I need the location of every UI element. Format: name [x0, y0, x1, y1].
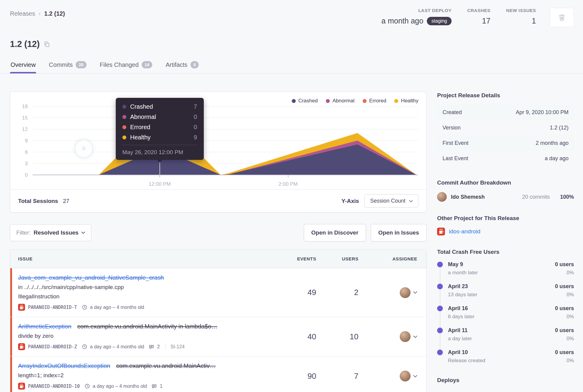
- column-assignee: ASSIGNEE: [370, 256, 426, 261]
- assignee-avatar[interactable]: [400, 331, 411, 342]
- legend-healthy-label: Healthy: [401, 98, 418, 104]
- stat-new-issues: NEW ISSUES 1: [506, 8, 536, 25]
- svg-text:15: 15: [22, 115, 28, 121]
- healthy-dot-icon: [394, 99, 398, 103]
- assignee-avatar[interactable]: [400, 287, 411, 298]
- breadcrumb-releases-link[interactable]: Releases: [10, 10, 35, 17]
- chevron-down-icon[interactable]: [413, 335, 417, 338]
- trash-icon: [558, 13, 566, 22]
- unresolved-level-indicator: [10, 356, 12, 392]
- clock-icon: [82, 305, 87, 310]
- stat-crashes: CRASHES 17: [467, 8, 490, 25]
- abnormal-dot-icon: [122, 115, 126, 119]
- legend-item-abnormal[interactable]: Abnormal: [326, 98, 355, 104]
- tab-commits[interactable]: Commits 20: [48, 59, 87, 73]
- environment-badge: staging: [427, 17, 452, 25]
- project-icon: [437, 228, 445, 235]
- issue-link[interactable]: ArrayIndexOutOfBoundsException: [18, 362, 110, 369]
- yaxis-selected-value: Session Count: [370, 198, 405, 204]
- detail-row-first-event: First Event2 months ago: [437, 135, 574, 151]
- issue-link[interactable]: Java_com_example_vu_android_NativeSample…: [18, 274, 164, 281]
- svg-text:3: 3: [25, 161, 28, 166]
- errored-dot-icon: [363, 99, 367, 103]
- stat-new-issues-value: 1: [506, 17, 536, 25]
- detail-row-last-event: Last Eventa day ago: [437, 151, 574, 166]
- project-icon: [18, 304, 25, 311]
- issue-link[interactable]: ArithmeticException: [18, 323, 71, 330]
- issue-events-count: 90: [280, 372, 322, 381]
- assignee-avatar[interactable]: [400, 371, 411, 381]
- tab-commits-label: Commits: [49, 61, 73, 68]
- svg-text:6: 6: [25, 149, 28, 155]
- stat-new-issues-label: NEW ISSUES: [506, 8, 536, 13]
- crashed-dot-icon: [292, 99, 296, 103]
- list-item: April 166 days later 0 users0%: [437, 305, 574, 320]
- open-in-discover-button[interactable]: Open in Discover: [304, 224, 366, 241]
- svg-text:0: 0: [25, 172, 28, 178]
- svg-text:18: 18: [22, 104, 28, 109]
- detail-row-created: CreatedApr 9, 2020 10:00 PM: [437, 105, 574, 120]
- project-slug[interactable]: PARANOID-ANDROID-Z: [28, 344, 77, 350]
- svg-text:2:00 PM: 2:00 PM: [279, 181, 298, 187]
- clock-icon: [85, 384, 90, 389]
- main-column: 0 036912151812:00 PM2:00 PM Crashed Abno…: [10, 92, 427, 392]
- legend-item-healthy[interactable]: Healthy: [394, 98, 418, 104]
- breadcrumb: Releases › 1.2 (12): [10, 8, 65, 17]
- clock-icon: [82, 344, 87, 349]
- filter-label: Filter:: [16, 229, 31, 236]
- author-row: Ido Shemesh 20 commits 100%: [437, 192, 574, 202]
- unresolved-level-indicator: [10, 268, 12, 317]
- other-project-section: Other Project for This Release idos-andr…: [437, 215, 574, 235]
- chart-legend: Crashed Abnormal Errored Healthy: [292, 98, 418, 104]
- tooltip-timestamp: May 26, 2020 12:00 PM: [122, 145, 197, 156]
- legend-abnormal-label: Abnormal: [332, 98, 355, 104]
- chevron-down-icon[interactable]: [413, 291, 417, 294]
- yaxis-select[interactable]: Session Count: [364, 194, 418, 208]
- svg-text:12: 12: [22, 126, 28, 132]
- author-commit-count: 20 commits: [522, 194, 550, 200]
- tab-commits-count-badge: 20: [76, 61, 87, 68]
- svg-text:9: 9: [25, 138, 28, 144]
- tab-files-changed[interactable]: Files Changed 14: [99, 59, 153, 73]
- yaxis-label: Y-Axis: [342, 198, 359, 204]
- legend-item-crashed[interactable]: Crashed: [292, 98, 318, 104]
- chart-tooltip: Crashed7 Abnormal0 Errored0 Healthy9 May…: [116, 98, 204, 160]
- tab-files-changed-count-badge: 14: [142, 61, 153, 68]
- page-title: 1.2 (12): [10, 39, 39, 49]
- tab-overview[interactable]: Overview: [10, 59, 36, 73]
- issue-message: divide by zero: [18, 333, 280, 339]
- tab-artifacts[interactable]: Artifacts 0: [165, 59, 199, 73]
- tooltip-healthy-value: 9: [194, 134, 197, 141]
- timeline-dot-icon: [437, 328, 443, 333]
- column-issue: ISSUE: [10, 256, 280, 261]
- sessions-area-chart[interactable]: 036912151812:00 PM2:00 PM: [15, 94, 421, 189]
- timeline-dot-icon: [437, 262, 443, 267]
- comments-count: 2: [157, 344, 160, 350]
- project-slug[interactable]: PARANOID-ANDROID-10: [28, 384, 80, 389]
- project-release-details: Project Release Details CreatedApr 9, 20…: [437, 92, 574, 166]
- column-events: EVENTS: [280, 256, 322, 261]
- breadcrumb-current: 1.2 (12): [44, 10, 65, 17]
- crash-free-timeline: May 9a month later 0 users0% April 2313 …: [437, 261, 574, 364]
- tooltip-crashed-value: 7: [194, 103, 197, 110]
- filter-value: Resolved Issues: [34, 229, 79, 236]
- chevron-down-icon[interactable]: [413, 375, 417, 378]
- release-sidebar: Project Release Details CreatedApr 9, 20…: [437, 92, 574, 392]
- delete-release-button[interactable]: [550, 8, 574, 27]
- list-item: April 10Release created 0 users0%: [437, 349, 574, 364]
- comments-icon: [152, 384, 157, 389]
- timeline-dot-icon: [437, 350, 443, 355]
- project-slug[interactable]: PARANOID-ANDROID-T: [28, 305, 77, 310]
- tooltip-errored-value: 0: [194, 124, 197, 131]
- open-in-issues-button[interactable]: Open in Issues: [371, 224, 427, 241]
- legend-item-errored[interactable]: Errored: [363, 98, 386, 104]
- author-avatar: [437, 192, 447, 202]
- project-icon: [18, 343, 25, 350]
- stat-crashes-label: CRASHES: [467, 8, 490, 13]
- linked-ticket[interactable]: SI-124: [165, 344, 184, 350]
- detail-row-version: Version1.2 (12): [437, 120, 574, 135]
- issues-filter-dropdown[interactable]: Filter: Resolved Issues: [10, 224, 91, 241]
- copy-version-button[interactable]: [44, 41, 50, 48]
- timeline-dot-icon: [437, 284, 443, 289]
- other-project-link[interactable]: idos-android: [449, 228, 481, 235]
